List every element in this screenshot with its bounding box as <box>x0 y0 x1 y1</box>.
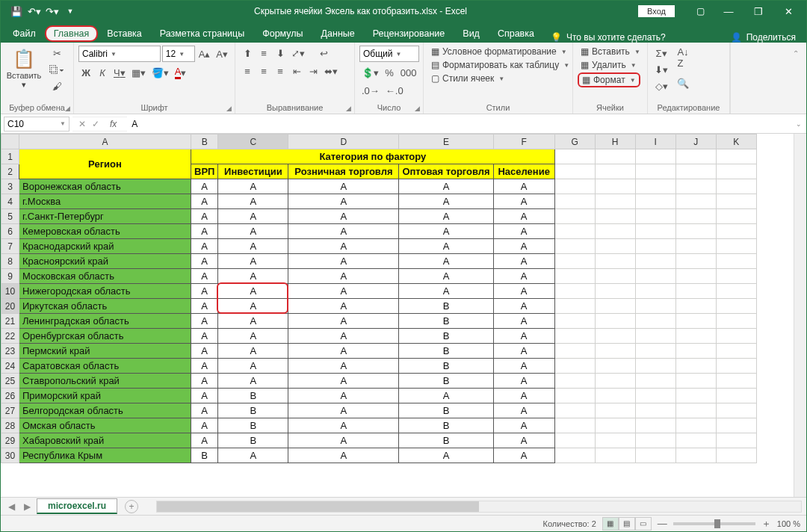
tab-formulas[interactable]: Формулы <box>253 25 312 43</box>
empty-cell[interactable] <box>675 209 716 224</box>
row-header-5[interactable]: 5 <box>1 209 19 224</box>
expand-formula-bar-icon[interactable]: ⌄ <box>791 120 806 128</box>
enter-formula-icon[interactable]: ✓ <box>92 119 99 129</box>
cell-D29[interactable]: A <box>288 433 399 448</box>
cell-F24[interactable]: A <box>493 359 554 374</box>
cell-A10[interactable]: Нижегородская область <box>19 284 191 299</box>
empty-cell[interactable] <box>595 448 635 463</box>
empty-cell[interactable] <box>595 239 635 254</box>
underline-button[interactable]: Ч▾ <box>111 65 128 80</box>
empty-cell[interactable] <box>554 224 595 239</box>
cell-B25[interactable]: A <box>191 374 218 389</box>
cell-E3[interactable]: A <box>399 179 493 194</box>
empty-cell[interactable] <box>595 389 635 403</box>
align-right-icon[interactable]: ≡ <box>273 64 288 78</box>
cell-A3[interactable]: Воронежская область <box>19 179 191 194</box>
empty-cell[interactable] <box>554 239 595 254</box>
empty-cell[interactable] <box>716 254 756 269</box>
cell-B22[interactable]: A <box>191 329 218 344</box>
cell-A28[interactable]: Омская область <box>19 418 191 433</box>
empty-cell[interactable] <box>635 254 675 269</box>
format-painter-icon[interactable]: 🖌 <box>47 78 67 93</box>
zoom-level[interactable]: 100 % <box>777 519 800 528</box>
empty-cell[interactable] <box>554 433 595 448</box>
cell-B27[interactable]: A <box>191 403 218 418</box>
format-as-table-button[interactable]: ▤Форматировать как таблицу▼ <box>428 59 572 71</box>
cell-D20[interactable]: A <box>288 299 399 314</box>
cell-E21[interactable]: B <box>399 314 493 329</box>
cell-A26[interactable]: Приморский край <box>19 389 191 403</box>
empty-cell[interactable] <box>554 418 595 433</box>
vertical-scrollbar[interactable] <box>794 134 806 497</box>
empty-cell[interactable] <box>554 314 595 329</box>
sheet-tab[interactable]: microexcel.ru <box>37 498 117 514</box>
sheet-nav-next-icon[interactable]: ▶ <box>21 501 34 512</box>
empty-cell[interactable] <box>554 164 595 179</box>
cell-F8[interactable]: A <box>493 254 554 269</box>
row-header-27[interactable]: 27 <box>1 403 19 418</box>
empty-cell[interactable] <box>595 329 635 344</box>
increase-indent-icon[interactable]: ⇥ <box>306 64 321 78</box>
cell-F20[interactable]: A <box>493 299 554 314</box>
delete-cells-button[interactable]: ▦Удалить▼ <box>578 59 640 71</box>
empty-cell[interactable] <box>595 359 635 374</box>
align-center-icon[interactable]: ≡ <box>256 64 271 78</box>
cell-C28[interactable]: B <box>218 418 288 433</box>
empty-cell[interactable] <box>635 224 675 239</box>
cell-A29[interactable]: Хабаровский край <box>19 433 191 448</box>
empty-cell[interactable] <box>675 194 716 209</box>
undo-icon[interactable]: ↶▾ <box>26 3 43 19</box>
paste-button[interactable]: 📋 Вставить▾ <box>5 46 43 90</box>
row-header-7[interactable]: 7 <box>1 239 19 254</box>
empty-cell[interactable] <box>716 344 756 359</box>
empty-cell[interactable] <box>554 269 595 284</box>
subheader-4[interactable]: Население <box>493 164 554 179</box>
cell-A9[interactable]: Московская область <box>19 269 191 284</box>
cell-A5[interactable]: г.Санкт-Петербург <box>19 209 191 224</box>
row-header-4[interactable]: 4 <box>1 194 19 209</box>
cell-D3[interactable]: A <box>288 179 399 194</box>
row-header-26[interactable]: 26 <box>1 389 19 403</box>
row-header-23[interactable]: 23 <box>1 344 19 359</box>
cell-B4[interactable]: A <box>191 194 218 209</box>
decrease-indent-icon[interactable]: ⇤ <box>289 64 304 78</box>
row-header-30[interactable]: 30 <box>1 448 19 463</box>
cell-D8[interactable]: A <box>288 254 399 269</box>
tab-view[interactable]: Вид <box>454 25 489 43</box>
cell-A22[interactable]: Оренбургская область <box>19 329 191 344</box>
cell-C6[interactable]: A <box>218 224 288 239</box>
empty-cell[interactable] <box>595 254 635 269</box>
empty-cell[interactable] <box>675 433 716 448</box>
empty-cell[interactable] <box>716 329 756 344</box>
row-header-3[interactable]: 3 <box>1 179 19 194</box>
row-header-20[interactable]: 20 <box>1 299 19 314</box>
cell-E25[interactable]: B <box>399 374 493 389</box>
clipboard-launcher-icon[interactable]: ◢ <box>65 105 70 112</box>
subheader-1[interactable]: Инвестиции <box>218 164 288 179</box>
row-header-10[interactable]: 10 <box>1 284 19 299</box>
increase-font-icon[interactable]: A▴ <box>197 46 213 61</box>
align-middle-icon[interactable]: ≡ <box>256 46 271 61</box>
empty-cell[interactable] <box>554 299 595 314</box>
empty-cell[interactable] <box>595 209 635 224</box>
find-select-icon[interactable]: 🔍 <box>675 71 691 95</box>
redo-icon[interactable]: ↷▾ <box>44 3 61 19</box>
cell-E7[interactable]: A <box>399 239 493 254</box>
login-button[interactable]: Вход <box>638 5 675 17</box>
save-icon[interactable]: 💾 <box>8 3 25 19</box>
cell-F22[interactable]: A <box>493 329 554 344</box>
cell-B10[interactable]: A <box>191 284 218 299</box>
cell-E30[interactable]: A <box>399 448 493 463</box>
col-header-A[interactable]: A <box>19 134 191 149</box>
cell-F21[interactable]: A <box>493 314 554 329</box>
copy-icon[interactable]: ⿻▾ <box>47 62 67 77</box>
row-header-28[interactable]: 28 <box>1 418 19 433</box>
empty-cell[interactable] <box>675 403 716 418</box>
fill-icon[interactable]: ⬇▾ <box>652 62 670 77</box>
empty-cell[interactable] <box>554 403 595 418</box>
cell-F28[interactable]: A <box>493 418 554 433</box>
cell-C20[interactable]: A <box>218 299 288 314</box>
empty-cell[interactable] <box>716 284 756 299</box>
row-header-21[interactable]: 21 <box>1 314 19 329</box>
add-sheet-button[interactable]: + <box>125 500 138 513</box>
